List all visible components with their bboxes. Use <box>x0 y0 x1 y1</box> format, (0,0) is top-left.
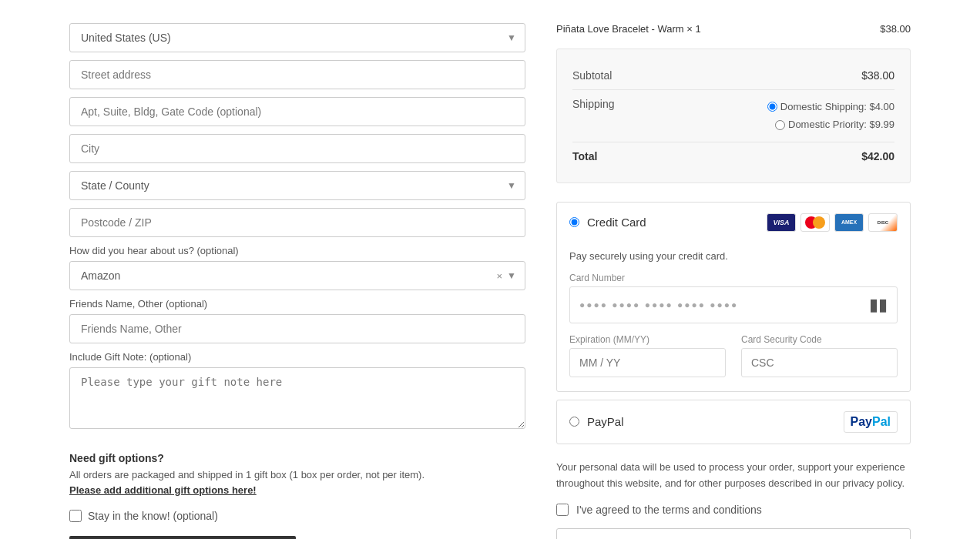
how-hear-section: How did you hear about us? (optional) Am… <box>69 245 525 290</box>
state-select-wrapper: State / County ▼ <box>69 171 525 200</box>
how-hear-clear-button[interactable]: × <box>496 270 502 282</box>
cc-row-two: Expiration (MM/YY) Card Security Code <box>569 334 898 377</box>
gift-options-box: Need gift options? All orders are packag… <box>69 452 525 497</box>
credit-card-header: Credit Card VISA AMEX DISC <box>569 213 898 232</box>
ship-different-row: SHIP TO A DIFFERENT ADDRESS ? <box>69 536 525 539</box>
csc-label: Card Security Code <box>741 334 898 345</box>
terms-checkbox[interactable] <box>556 504 569 516</box>
card-number-row: ●●●● ●●●● ●●●● ●●●● ●●●● ▮▮ <box>569 286 898 323</box>
gift-options-desc: All orders are packaged and shipped in 1… <box>69 467 525 497</box>
stay-in-know-row: Stay in the know! (optional) <box>69 510 525 522</box>
card-number-label: Card Number <box>569 273 898 283</box>
discover-logo: DISC <box>868 213 898 232</box>
right-column: Piñata Love Bracelet - Warm × 1 $38.00 S… <box>556 15 911 539</box>
gift-note-textarea[interactable] <box>69 367 525 429</box>
paypal-pal-text: Pal <box>872 415 891 429</box>
how-hear-select-wrapper: Amazon × ▼ <box>69 261 525 290</box>
expiry-field: Expiration (MM/YY) <box>569 334 726 377</box>
stay-in-know-checkbox[interactable] <box>69 510 82 522</box>
total-row: Total $42.00 <box>572 142 894 170</box>
ship-different-button[interactable]: SHIP TO A DIFFERENT ADDRESS ? <box>69 536 296 539</box>
postcode-input[interactable] <box>69 208 525 237</box>
paypal-radio[interactable] <box>569 417 579 427</box>
order-item-row: Piñata Love Bracelet - Warm × 1 $38.00 <box>556 23 911 35</box>
how-hear-select[interactable]: Amazon <box>69 261 525 290</box>
gift-note-section: Include Gift Note: (optional) <box>69 351 525 440</box>
friends-section: Friends Name, Other (optional) <box>69 298 525 343</box>
credit-card-label: Credit Card <box>587 216 646 229</box>
card-icon: ▮▮ <box>869 295 888 315</box>
paypal-header: PayPal Pay Pal <box>569 411 898 433</box>
amex-logo: AMEX <box>834 213 864 232</box>
subtotal-label: Subtotal <box>572 69 612 82</box>
paypal-label: PayPal <box>587 415 624 428</box>
gift-options-title: Need gift options? <box>69 452 525 464</box>
friends-label: Friends Name, Other (optional) <box>69 298 525 310</box>
shipping-row: Shipping Domestic Shipping: $4.00 Domest… <box>572 90 894 142</box>
order-item-name: Piñata Love Bracelet - Warm × 1 <box>556 23 701 35</box>
gift-note-label: Include Gift Note: (optional) <box>69 351 525 363</box>
shipping-option2-label[interactable]: Domestic Priority: $9.99 <box>767 116 894 133</box>
csc-field: Card Security Code <box>741 334 898 377</box>
terms-row: I've agreed to the terms and conditions <box>556 504 911 516</box>
privacy-text: Your personal data will be used to proce… <box>556 460 911 492</box>
friends-name-input[interactable] <box>69 314 525 343</box>
expiry-label: Expiration (MM/YY) <box>569 334 726 345</box>
shipping-options: Domestic Shipping: $4.00 Domestic Priori… <box>767 98 894 134</box>
gift-options-link[interactable]: Please add additional gift options here! <box>69 484 257 496</box>
order-notes-textarea[interactable] <box>556 528 911 539</box>
terms-label: I've agreed to the terms and conditions <box>576 504 762 516</box>
credit-card-form: Pay securely using your credit card. Car… <box>569 243 898 377</box>
shipping-option1-label[interactable]: Domestic Shipping: $4.00 <box>767 98 894 116</box>
how-hear-label: How did you hear about us? (optional) <box>69 245 525 256</box>
street-address-input[interactable] <box>69 60 525 89</box>
cc-instruction: Pay securely using your credit card. <box>569 250 898 262</box>
expiry-input[interactable] <box>569 348 726 377</box>
mc-circle-orange <box>813 216 825 229</box>
shipping-option1-radio[interactable] <box>767 102 777 112</box>
subtotal-row: Subtotal $38.00 <box>572 62 894 90</box>
mastercard-logo <box>800 213 830 232</box>
left-column: United States (US) ▼ State / County ▼ Ho… <box>69 15 525 539</box>
card-logos: VISA AMEX DISC <box>767 213 898 232</box>
card-number-dots: ●●●● ●●●● ●●●● ●●●● ●●●● <box>579 300 738 310</box>
city-input[interactable] <box>69 134 525 163</box>
mc-circles <box>805 216 825 229</box>
paypal-logo-wrapper: Pay Pal <box>844 411 898 433</box>
apt-suite-input[interactable] <box>69 97 525 126</box>
credit-card-option: Credit Card VISA AMEX DISC <box>556 202 911 392</box>
shipping-option2-radio[interactable] <box>775 120 785 130</box>
country-select[interactable]: United States (US) <box>69 23 525 52</box>
csc-input[interactable] <box>741 348 898 377</box>
total-value: $42.00 <box>861 150 894 162</box>
country-select-wrapper: United States (US) ▼ <box>69 23 525 52</box>
subtotal-value: $38.00 <box>861 69 894 82</box>
paypal-logo: Pay Pal <box>844 411 898 433</box>
shipping-label: Shipping <box>572 98 615 110</box>
total-label: Total <box>572 150 597 162</box>
order-summary-box: Subtotal $38.00 Shipping Domestic Shippi… <box>556 49 911 183</box>
payment-section: Credit Card VISA AMEX DISC <box>556 202 911 444</box>
state-select[interactable]: State / County <box>69 171 525 200</box>
credit-card-radio[interactable] <box>569 217 579 227</box>
stay-in-know-label: Stay in the know! (optional) <box>88 510 218 522</box>
paypal-option: PayPal Pay Pal <box>556 400 911 444</box>
paypal-pay-text: Pay <box>851 415 872 429</box>
visa-logo: VISA <box>767 213 796 232</box>
order-item-price: $38.00 <box>880 23 911 35</box>
